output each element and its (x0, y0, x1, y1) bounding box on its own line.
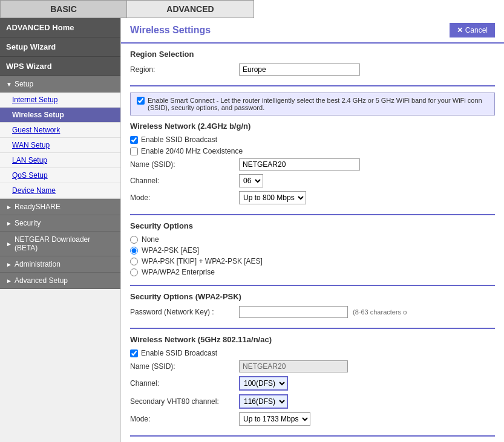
security-options-section: Security Options None WPA2-PSK [AES] WPA… (130, 221, 495, 286)
chevron-right-icon: ► (6, 261, 12, 268)
mode-row-24: Mode: Up to 54 Mbps Up to 217 Mbps Up to… (130, 191, 495, 204)
security-options-title: Security Options (130, 221, 495, 230)
security-none-row: None (130, 235, 495, 244)
password-label: Password (Network Key) : (130, 308, 239, 316)
region-row: Region: (130, 63, 495, 76)
channel-row-5g: Channel: Auto36404448 100(DFS) (130, 376, 495, 391)
smart-connect-text: Enable Smart Connect - Let the router in… (148, 97, 488, 111)
page-title: Wireless Settings (130, 25, 211, 36)
mode-label-24: Mode: (130, 193, 239, 202)
wireless-5g-section: Wireless Network (5GHz 802.11a/n/ac) Ena… (130, 335, 495, 437)
enable-ssid-broadcast-label-24: Enable SSID Broadcast (141, 135, 217, 144)
chevron-right-icon: ► (6, 278, 12, 284)
password-note: (8-63 characters o (353, 308, 407, 316)
smart-connect-checkbox[interactable] (137, 97, 145, 105)
wireless-5g-title: Wireless Network (5GHz 802.11a/n/ac) (130, 335, 495, 344)
security-wpa-combo-label: WPA-PSK [TKIP] + WPA2-PSK [AES] (142, 257, 263, 265)
sidebar-section-netgear-downloader[interactable]: ► NETGEAR Downloader (BETA) (0, 232, 120, 256)
sidebar-item-wireless-setup[interactable]: Wireless Setup (0, 108, 120, 123)
sidebar-section-setup[interactable]: ▼ Setup (0, 76, 120, 93)
sidebar-item-internet-setup[interactable]: Internet Setup (0, 93, 120, 108)
sidebar-item-lan-setup[interactable]: LAN Setup (0, 153, 120, 168)
chevron-right-icon: ► (6, 204, 12, 210)
enable-ssid-broadcast-row-24: Enable SSID Broadcast (130, 135, 495, 144)
ssid-row-5g: Name (SSID): (130, 360, 495, 372)
cancel-button[interactable]: ✕ Cancel (450, 23, 495, 37)
mode-select-24[interactable]: Up to 54 Mbps Up to 217 Mbps Up to 450 M… (239, 191, 306, 204)
mode-row-5g: Mode: Up to 54 Mbps Up to 300 Mbps Up to… (130, 412, 495, 426)
security-none-label: None (142, 235, 159, 244)
password-row: Password (Network Key) : (8-63 character… (130, 306, 495, 318)
security-enterprise-radio[interactable] (130, 268, 138, 276)
ssid-label-5g: Name (SSID): (130, 362, 239, 371)
mode-label-5g: Mode: (130, 415, 239, 423)
security-wpa2-psk-row: WPA2-PSK [AES] (130, 246, 495, 255)
region-section-title: Region Selection (130, 50, 495, 59)
security-enterprise-label: WPA/WPA2 Enterprise (142, 268, 215, 276)
enable-2040-checkbox[interactable] (130, 148, 138, 155)
chevron-down-icon: ▼ (6, 81, 12, 88)
sidebar-item-qos-setup[interactable]: QoS Setup (0, 168, 120, 183)
x-icon: ✕ (457, 26, 463, 34)
channel-select-5g[interactable]: Auto36404448 100(DFS) (239, 376, 288, 391)
security-wpa2-section: Security Options (WPA2-PSK) Password (Ne… (130, 292, 495, 329)
sidebar-item-wps-wizard[interactable]: WPS Wizard (0, 57, 120, 76)
mode-select-5g[interactable]: Up to 54 Mbps Up to 300 Mbps Up to 867 M… (239, 412, 310, 426)
enable-ssid-broadcast-label-5g: Enable SSID Broadcast (141, 349, 217, 357)
tab-advanced[interactable]: ADVANCED (127, 0, 254, 18)
security-wpa-combo-radio[interactable] (130, 258, 138, 265)
region-section: Region Selection Region: (130, 50, 495, 86)
chevron-right-icon: ► (6, 220, 12, 227)
security-wpa-combo-row: WPA-PSK [TKIP] + WPA2-PSK [AES] (130, 257, 495, 265)
ssid-label-24: Name (SSID): (130, 160, 239, 169)
tab-basic-label: BASIC (50, 4, 77, 14)
channel-label-5g: Channel: (130, 379, 239, 388)
enable-ssid-broadcast-checkbox-24[interactable] (130, 136, 138, 144)
enable-2040-row: Enable 20/40 MHz Coexistence (130, 147, 495, 155)
ssid-input-24[interactable] (239, 158, 360, 171)
security-wpa2-psk-radio[interactable] (130, 247, 138, 255)
sidebar-item-setup-wizard[interactable]: Setup Wizard (0, 37, 120, 57)
chevron-right-icon: ► (6, 241, 12, 247)
secondary-vht80-select[interactable]: Auto 116(DFS) 120(DFS)124(DFS)128(DFS) (239, 394, 288, 409)
security-enterprise-row: WPA/WPA2 Enterprise (130, 268, 495, 276)
sidebar-section-administration[interactable]: ► Administration (0, 256, 120, 273)
enable-ssid-broadcast-checkbox-5g[interactable] (130, 349, 138, 357)
wireless-24-title: Wireless Network (2.4GHz b/g/n) (130, 122, 495, 131)
sidebar-section-advanced-setup[interactable]: ► Advanced Setup (0, 273, 120, 289)
sidebar-item-device-name[interactable]: Device Name (0, 183, 120, 198)
cancel-label: Cancel (465, 26, 488, 34)
password-input[interactable] (239, 306, 348, 318)
ssid-input-5g[interactable] (239, 360, 348, 372)
sidebar-section-security[interactable]: ► Security (0, 215, 120, 232)
security-wpa2-psk-label: WPA2-PSK [AES] (142, 246, 199, 255)
channel-select-24[interactable]: 06 0102030405 0708091011 (239, 174, 263, 187)
security-wpa2-title: Security Options (WPA2-PSK) (130, 292, 495, 301)
wireless-24-section: Wireless Network (2.4GHz b/g/n) Enable S… (130, 122, 495, 215)
region-label: Region: (130, 65, 239, 74)
secondary-vht80-row: Secondary VHT80 channel: Auto 116(DFS) 1… (130, 394, 495, 409)
channel-label-24: Channel: (130, 177, 239, 185)
tab-basic[interactable]: BASIC (0, 0, 127, 18)
region-input[interactable] (239, 63, 360, 76)
sidebar-section-readyshare[interactable]: ► ReadySHARE (0, 199, 120, 215)
smart-connect-row: Enable Smart Connect - Let the router in… (130, 93, 495, 115)
main-content: Wireless Settings ✕ Cancel Region Select… (121, 18, 504, 442)
content-header: Wireless Settings ✕ Cancel (121, 18, 504, 44)
tab-advanced-label: ADVANCED (166, 4, 214, 14)
enable-2040-label: Enable 20/40 MHz Coexistence (141, 147, 243, 155)
enable-ssid-broadcast-row-5g: Enable SSID Broadcast (130, 349, 495, 357)
secondary-vht80-label: Secondary VHT80 channel: (130, 397, 239, 406)
security-none-radio[interactable] (130, 236, 138, 244)
sidebar-item-wan-setup[interactable]: WAN Setup (0, 138, 120, 153)
sidebar-item-guest-network[interactable]: Guest Network (0, 123, 120, 138)
channel-row-24: Channel: 06 0102030405 0708091011 (130, 174, 495, 187)
sidebar: ADVANCED Home Setup Wizard WPS Wizard ▼ … (0, 18, 121, 442)
ssid-row-24: Name (SSID): (130, 158, 495, 171)
sidebar-item-advanced-home[interactable]: ADVANCED Home (0, 18, 120, 37)
